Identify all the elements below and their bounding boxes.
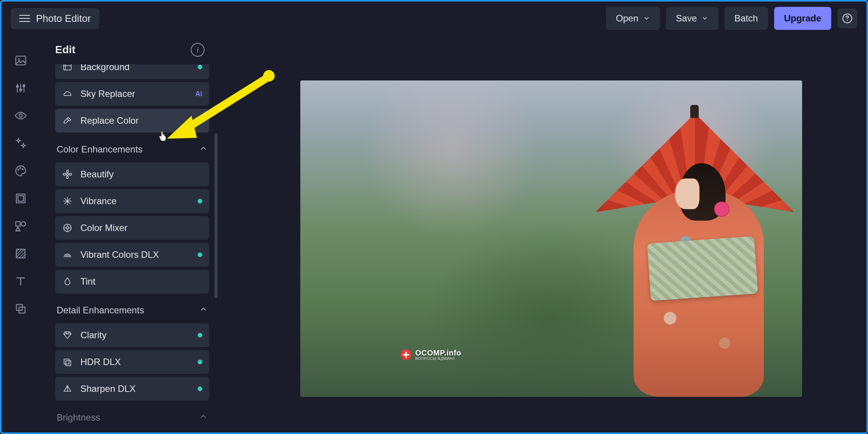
svg-point-5 (20, 88, 22, 91)
sky-icon (62, 88, 73, 99)
tool-label: Vibrant Colors DLX (80, 249, 190, 260)
indicator-dot (198, 387, 202, 391)
section-title-label: Brightness (57, 412, 100, 423)
section-brightness[interactable]: Brightness (55, 404, 209, 431)
rail-overlay-icon[interactable] (14, 302, 28, 316)
tool-clarity[interactable]: Clarity (55, 323, 209, 347)
section-color-enhancements[interactable]: Color Enhancements (55, 136, 209, 162)
info-icon[interactable]: i (191, 43, 205, 57)
indicator-dot (198, 65, 202, 69)
tool-replace-color[interactable]: Replace Color (55, 109, 209, 133)
svg-point-1 (847, 20, 848, 21)
layers-icon (62, 357, 73, 367)
svg-point-9 (20, 167, 21, 169)
hamburger-menu-icon[interactable] (19, 13, 30, 24)
svg-point-14 (21, 222, 25, 226)
tool-vibrant-colors-dlx[interactable]: Vibrant Colors DLX (55, 243, 209, 267)
sparkle-icon (62, 196, 73, 206)
triangle-icon (62, 383, 73, 394)
svg-point-25 (66, 227, 69, 229)
rail-eye-icon[interactable] (14, 109, 28, 123)
section-title-label: Detail Enhancements (57, 305, 144, 316)
scrollbar-thumb[interactable] (215, 133, 218, 298)
upgrade-button[interactable]: Upgrade (774, 7, 831, 30)
rail-text-icon[interactable] (14, 274, 28, 288)
save-button[interactable]: Save (666, 7, 719, 30)
svg-point-7 (19, 114, 23, 118)
tool-vibrance[interactable]: Vibrance (55, 189, 209, 213)
rainbow-icon (62, 249, 73, 260)
tool-label: HDR DLX (80, 357, 190, 367)
tool-hdr-dlx[interactable]: HDR DLX (55, 350, 209, 374)
svg-point-19 (66, 173, 68, 175)
tool-label: Background (80, 64, 190, 72)
canvas-photo[interactable]: OCOMP.info ВОПРОСЫ АДМИНУ (300, 80, 802, 397)
rail-image-icon[interactable] (14, 54, 28, 67)
svg-point-4 (16, 85, 19, 88)
eyedropper-icon (62, 115, 73, 126)
tool-sky-replacer[interactable]: Sky Replacer Ai (55, 82, 209, 106)
body: Edit i Background Sky Replacer Ai Replac (2, 35, 866, 432)
svg-point-23 (69, 173, 72, 175)
tool-rail (2, 35, 40, 432)
tool-label: Beautify (80, 169, 202, 180)
open-button-label: Open (616, 13, 639, 24)
ai-badge: Ai (195, 90, 202, 98)
svg-rect-18 (64, 64, 71, 70)
indicator-dot (198, 252, 202, 257)
rail-adjust-icon[interactable] (14, 81, 28, 95)
indicator-dot (198, 118, 202, 123)
svg-point-6 (23, 85, 25, 87)
batch-button[interactable]: Batch (724, 7, 768, 30)
open-button[interactable]: Open (606, 7, 660, 30)
help-icon (842, 13, 853, 24)
svg-rect-27 (66, 361, 71, 366)
canvas-area: OCOMP.info ВОПРОСЫ АДМИНУ (220, 35, 866, 432)
rail-sparkles-icon[interactable] (14, 136, 28, 150)
watermark-sub: ВОПРОСЫ АДМИНУ (415, 357, 461, 361)
rail-shapes-icon[interactable] (14, 219, 28, 233)
tool-label: Sharpen DLX (80, 383, 190, 394)
rail-texture-icon[interactable] (14, 247, 28, 260)
flower-icon (62, 169, 73, 180)
diamond-icon (62, 330, 73, 341)
tool-beautify[interactable]: Beautify (55, 162, 209, 186)
tool-label: Clarity (80, 330, 190, 341)
tool-label: Sky Replacer (80, 88, 188, 99)
panel-title: Edit (55, 44, 75, 56)
tool-background[interactable]: Background (55, 64, 209, 79)
help-button[interactable] (837, 8, 857, 28)
photo-subject (634, 106, 764, 397)
svg-point-8 (18, 169, 19, 170)
batch-button-label: Batch (734, 13, 758, 24)
rail-palette-icon[interactable] (14, 164, 28, 178)
upgrade-button-label: Upgrade (784, 13, 821, 24)
tool-sharpen-dlx[interactable]: Sharpen DLX (55, 377, 209, 401)
indicator-dot (198, 333, 202, 337)
tool-tint[interactable]: Tint (55, 270, 209, 293)
svg-rect-13 (16, 222, 20, 226)
background-icon (62, 64, 73, 72)
chevron-down-icon (701, 15, 708, 22)
tool-label: Vibrance (80, 196, 190, 206)
svg-point-10 (22, 169, 23, 170)
tool-label: Replace Color (80, 115, 190, 126)
watermark: OCOMP.info ВОПРОСЫ АДМИНУ (401, 349, 461, 361)
svg-point-22 (63, 173, 66, 175)
app-title-group: Photo Editor (11, 8, 99, 29)
save-button-label: Save (676, 13, 697, 24)
indicator-dot (198, 360, 202, 364)
tool-color-mixer[interactable]: Color Mixer (55, 216, 209, 240)
section-detail-enhancements[interactable]: Detail Enhancements (55, 296, 209, 323)
section-title-label: Color Enhancements (57, 144, 142, 155)
panel-body: Background Sky Replacer Ai Replace Color… (40, 64, 220, 432)
topbar: Photo Editor Open Save Batch Upgrade (2, 2, 866, 35)
svg-point-21 (66, 176, 68, 179)
indicator-dot (198, 199, 202, 203)
wheel-icon (62, 223, 73, 233)
rail-frame-icon[interactable] (14, 192, 28, 205)
watermark-cross-icon (401, 349, 411, 360)
app-title: Photo Editor (36, 13, 91, 25)
drop-icon (62, 276, 73, 287)
chevron-down-icon (643, 15, 650, 22)
